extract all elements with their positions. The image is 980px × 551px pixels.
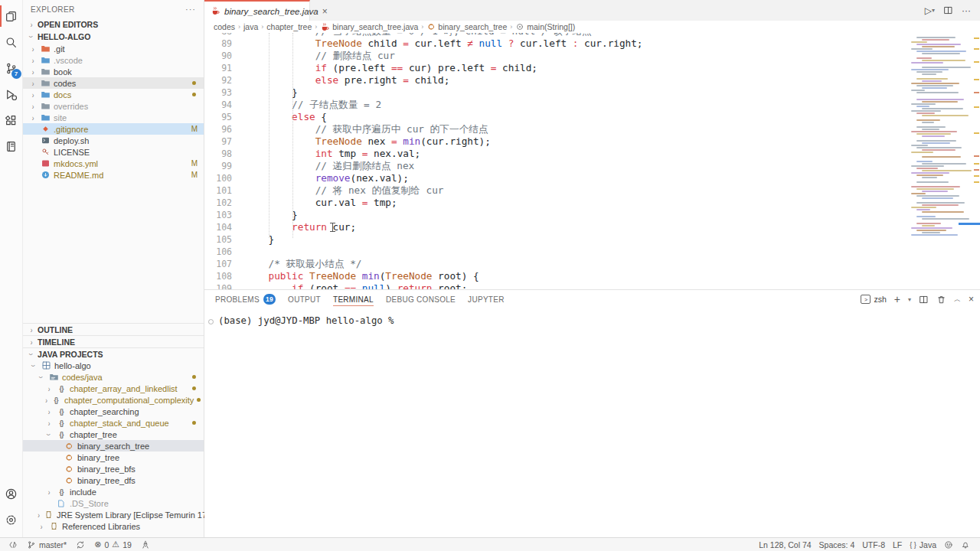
code-line-91[interactable]: 91 if (pre.left == cur) pre.left = child…	[204, 62, 980, 74]
code-line-99[interactable]: 99 // 递归删除结点 nex	[204, 160, 980, 172]
panel-tab-output[interactable]: OUTPUT	[288, 290, 321, 308]
tree-item-.git[interactable]: ›.git	[23, 43, 204, 54]
tree-item-binary_search_tree[interactable]: ›binary_search_tree	[23, 440, 204, 452]
tree-item-hello-algo[interactable]: ›hello-algo	[23, 360, 204, 371]
breadcrumb-item[interactable]: java	[243, 22, 258, 31]
code-line-104[interactable]: 104 return cur;	[204, 221, 980, 233]
new-terminal-button[interactable]: +	[894, 293, 900, 305]
code-line-97[interactable]: 97 TreeNode nex = min(cur.right);	[204, 135, 980, 148]
chevron-right-icon[interactable]: ›	[46, 406, 53, 416]
split-editor-button[interactable]	[943, 5, 953, 15]
tab-close-icon[interactable]: ×	[322, 6, 328, 17]
tree-item-chapter_tree[interactable]: ›{}chapter_tree	[23, 429, 204, 440]
kill-terminal-button[interactable]	[936, 295, 946, 305]
tree-item-license[interactable]: ›LICENSE	[23, 146, 204, 158]
outline-section[interactable]: › OUTLINE	[23, 323, 204, 335]
notifications-bell-icon[interactable]	[957, 540, 974, 549]
tree-item-book[interactable]: ›book	[23, 66, 204, 77]
code-line-107[interactable]: 107 /* 获取最小结点 */	[204, 258, 980, 270]
chevron-down-icon[interactable]: ›	[44, 431, 54, 438]
activitybar-settings[interactable]	[0, 507, 23, 533]
breadcrumb-item[interactable]: chapter_tree	[266, 22, 312, 31]
eol-item[interactable]: LF	[889, 540, 906, 549]
code-line-106[interactable]: 106	[204, 246, 980, 258]
encoding-item[interactable]: UTF-8	[858, 540, 889, 549]
chevron-right-icon[interactable]: ›	[30, 55, 37, 65]
launch-item[interactable]	[137, 538, 154, 551]
activitybar-source-control[interactable]: 7	[0, 55, 23, 81]
tree-item-chapter_searching[interactable]: ›{}chapter_searching	[23, 406, 204, 417]
chevron-right-icon[interactable]: ›	[30, 78, 37, 88]
code-line-100[interactable]: 100 remove(nex.val);	[204, 172, 980, 184]
breadcrumb-item[interactable]: binary_search_tree.java	[320, 22, 418, 32]
chevron-right-icon[interactable]: ›	[46, 487, 53, 497]
tree-item-deploy.sh[interactable]: ›deploy.sh	[23, 135, 204, 146]
code-line-92[interactable]: 92 else pre.right = child;	[204, 74, 980, 86]
sync-button[interactable]	[72, 538, 89, 551]
run-button[interactable]: ▷▾	[925, 5, 935, 16]
panel-tab-debug-console[interactable]: DEBUG CONSOLE	[386, 290, 456, 308]
chevron-right-icon[interactable]: ›	[30, 101, 37, 111]
tree-item-jresystemlibraryeclipsetemurin1717...[interactable]: ›JRE System Library [Eclipse Temurin 17 …	[23, 509, 204, 520]
breadcrumb-item[interactable]: main(String[])	[515, 22, 575, 31]
root-folder-section[interactable]: › HELLO-ALGO	[23, 31, 204, 43]
code-line-105[interactable]: 105 }	[204, 233, 980, 246]
editor-more-actions-button[interactable]: ···	[962, 5, 971, 16]
cursor-position-item[interactable]: Ln 128, Col 74	[755, 540, 815, 549]
chevron-right-icon[interactable]: ›	[46, 418, 53, 428]
minimap[interactable]	[911, 34, 972, 236]
problems-item[interactable]: ⊗ 0 ⚠ 19	[90, 538, 136, 551]
code-line-101[interactable]: 101 // 将 nex 的值复制给 cur	[204, 184, 980, 197]
code-line-89[interactable]: 89 TreeNode child = cur.left ≠ null ? cu…	[204, 37, 980, 50]
activitybar-search[interactable]	[0, 29, 23, 55]
code-line-102[interactable]: 102 cur.val = tmp;	[204, 197, 980, 209]
panel-tab-jupyter[interactable]: JUPYTER	[468, 290, 505, 308]
git-branch-item[interactable]: master*	[23, 538, 70, 551]
activitybar-explorer[interactable]	[0, 3, 23, 29]
tree-item-chapter_array_and_linkedlist[interactable]: ›{}chapter_array_and_linkedlist	[23, 383, 204, 394]
terminal-dropdown-icon[interactable]: ▾	[908, 296, 911, 303]
explorer-more-icon[interactable]: ···	[185, 5, 196, 14]
tree-item-.gitignore[interactable]: ›.gitignoreM	[23, 123, 204, 135]
code-line-94[interactable]: 94 // 子结点数量 = 2	[204, 99, 980, 111]
chevron-right-icon[interactable]: ›	[38, 521, 45, 531]
tree-item-binary_tree_dfs[interactable]: ›binary_tree_dfs	[23, 474, 204, 486]
code-line-108[interactable]: 108 public TreeNode min(TreeNode root) {	[204, 270, 980, 282]
code-line-96[interactable]: 96 // 获取中序遍历中 cur 的下一个结点	[204, 123, 980, 135]
timeline-section[interactable]: › TIMELINE	[23, 335, 204, 347]
panel-tab-problems[interactable]: PROBLEMS19	[215, 290, 276, 308]
tree-item-binary_tree_bfs[interactable]: ›binary_tree_bfs	[23, 463, 204, 474]
chevron-down-icon[interactable]: ›	[37, 373, 47, 380]
tree-item-overrides[interactable]: ›overrides	[23, 100, 204, 112]
chevron-right-icon[interactable]: ›	[30, 67, 37, 77]
tree-item-readme.md[interactable]: ›README.mdM	[23, 169, 204, 181]
tree-item-.vscode[interactable]: ›.vscode	[23, 54, 204, 66]
tree-item-include[interactable]: ›{}include	[23, 486, 204, 497]
chevron-right-icon[interactable]: ›	[30, 90, 37, 99]
activitybar-notebook[interactable]	[0, 133, 23, 159]
tree-item-mkdocs.yml[interactable]: ›mkdocs.ymlM	[23, 158, 204, 169]
tab-binary-search-tree[interactable]: binary_search_tree.java ×	[204, 0, 310, 21]
code-editor[interactable]: 88 // 当子结点数量 = 0 / 1 时, child = null / 该…	[204, 33, 980, 289]
activitybar-extensions[interactable]	[0, 107, 23, 133]
overview-ruler[interactable]	[972, 33, 980, 289]
tree-item-chapter_stack_and_queue[interactable]: ›{}chapter_stack_and_queue	[23, 417, 204, 429]
open-editors-section[interactable]: › OPEN EDITORS	[23, 18, 204, 31]
code-line-90[interactable]: 90 // 删除结点 cur	[204, 50, 980, 62]
feedback-icon[interactable]	[940, 540, 957, 549]
tree-item-.ds_store[interactable]: ›.DS_Store	[23, 497, 204, 509]
breadcrumb-item[interactable]: codes	[214, 22, 235, 31]
code-line-95[interactable]: 95 else {	[204, 111, 980, 123]
terminal[interactable]: (base) jyd@JYD-MBP hello-algo %	[204, 308, 980, 537]
chevron-right-icon[interactable]: ›	[46, 383, 53, 393]
tree-item-docs[interactable]: ›docs	[23, 89, 204, 100]
code-line-109[interactable]: 109 if (root == null) return root;	[204, 282, 980, 289]
maximize-panel-button[interactable]: ︿	[954, 295, 961, 305]
tree-item-site[interactable]: ›site	[23, 112, 204, 123]
breadcrumb-item[interactable]: binary_search_tree	[426, 22, 507, 31]
tree-item-referencedlibraries[interactable]: ›Referenced Libraries	[23, 520, 204, 532]
chevron-right-icon[interactable]: ›	[38, 510, 40, 520]
tree-item-chapter_computational_complexity[interactable]: ›{}chapter_computational_complexity	[23, 394, 204, 406]
close-panel-button[interactable]: ×	[969, 294, 974, 305]
chevron-right-icon[interactable]: ›	[45, 395, 47, 405]
